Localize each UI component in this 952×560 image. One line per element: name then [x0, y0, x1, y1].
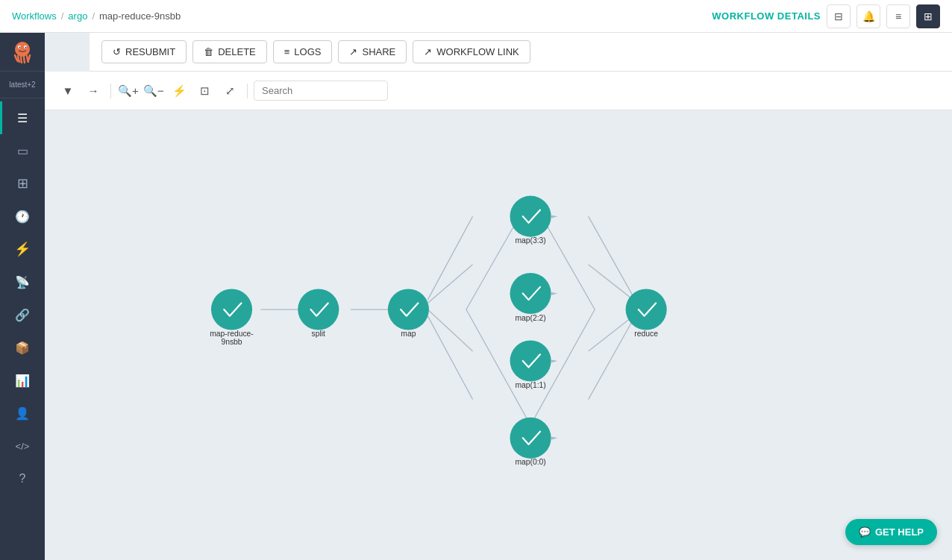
edge-d-tr-reduce — [589, 216, 633, 297]
menu-icon: ☰ — [17, 111, 28, 125]
edge-d-br-reduce — [589, 316, 633, 351]
feed-icon: 📡 — [15, 275, 30, 289]
workflow-link-label: WORKFLOW LINK — [436, 46, 519, 57]
share-label: SHARE — [362, 46, 395, 57]
right-section: ↺ RESUBMIT 🗑 DELETE ≡ LOGS ↗ SHARE ↗ — [45, 33, 952, 560]
node-map00-label: map(0:0) — [515, 459, 545, 467]
breadcrumb-workflows[interactable]: Workflows — [12, 10, 57, 22]
edge-d-bottom-reduce — [589, 319, 633, 400]
breadcrumb-sep2: / — [92, 10, 95, 22]
breadcrumb-sep1: / — [61, 10, 64, 22]
node-map00-circle[interactable] — [510, 418, 551, 459]
sidebar-nav: ☰ ▭ ⊞ 🕐 ⚡ 📡 🔗 — [0, 98, 45, 495]
sidebar-user-label: latest+2 — [0, 72, 45, 98]
sidebar-item-help[interactable]: ? — [0, 462, 45, 495]
app-logo — [9, 39, 36, 66]
user-icon: 👤 — [15, 406, 30, 421]
resubmit-button[interactable]: ↺ RESUBMIT — [101, 40, 187, 63]
edge-map-d-br — [428, 316, 472, 400]
clock-icon: 🕐 — [15, 210, 30, 224]
toolbar: ▼ → 🔍+ 🔍− ⚡ ⊡ ⤢ — [45, 72, 952, 110]
workflow-link-icon: ↗ — [424, 46, 432, 57]
logs-button[interactable]: ≡ LOGS — [273, 40, 333, 63]
node-map-label: map — [401, 330, 416, 338]
sidebar-item-pipeline[interactable]: ⚡ — [0, 233, 45, 265]
arrow-map22 — [551, 292, 558, 295]
archive-icon: 📦 — [15, 341, 30, 355]
node-split-label: split — [312, 330, 325, 338]
svg-point-4 — [25, 46, 27, 48]
sidebar-item-user[interactable]: 👤 — [0, 397, 45, 430]
node-split-circle[interactable] — [298, 289, 339, 330]
resubmit-icon: ↺ — [113, 46, 121, 57]
sidebar: latest+2 ☰ ▭ ⊞ 🕐 ⚡ 📡 — [0, 33, 45, 560]
toolbar-sep2 — [247, 84, 248, 98]
delete-label: DELETE — [218, 46, 256, 57]
resubmit-label: RESUBMIT — [125, 46, 175, 57]
chart-icon: 📊 — [15, 374, 30, 388]
lightning-button[interactable]: ⚡ — [168, 80, 190, 102]
node-map11-circle[interactable] — [510, 340, 551, 381]
get-help-button[interactable]: 💬 GET HELP — [845, 519, 937, 545]
sidebar-item-list[interactable]: ⊞ — [0, 167, 45, 200]
breadcrumb-argo[interactable]: argo — [68, 10, 87, 22]
notification-button[interactable]: 🔔 — [857, 4, 880, 28]
fullscreen-button[interactable]: ⤢ — [219, 80, 241, 102]
inbox-icon: ▭ — [17, 144, 28, 158]
node-map22-circle[interactable] — [510, 273, 551, 314]
breadcrumb: Workflows / argo / map-reduce-9nsbb — [12, 10, 181, 22]
logs-icon: ≡ — [284, 46, 290, 57]
sidebar-item-code[interactable]: </> — [0, 430, 45, 462]
sidebar-item-menu[interactable]: ☰ — [0, 101, 45, 134]
zoom-in-button[interactable]: 🔍+ — [117, 80, 140, 102]
help-icon: ? — [19, 472, 26, 485]
list-icon: ⊞ — [17, 175, 28, 192]
node-map11-label: map(1:1) — [515, 381, 545, 389]
share-icon: ↗ — [349, 46, 357, 57]
sidebar-item-link[interactable]: 🔗 — [0, 298, 45, 331]
graph-area: map(3:3) map(2:2) map(1:1) map(0:0) — [45, 110, 952, 560]
top-bar: Workflows / argo / map-reduce-9nsbb WORK… — [0, 0, 952, 33]
node-root-circle[interactable] — [211, 289, 252, 330]
get-help-label: GET HELP — [875, 526, 924, 538]
code-icon: </> — [16, 441, 30, 452]
edge-map-d-bl — [428, 309, 472, 351]
node-reduce-label: reduce — [634, 330, 658, 338]
svg-point-3 — [19, 46, 21, 48]
workflow-graph: map(3:3) map(2:2) map(1:1) map(0:0) — [45, 110, 952, 560]
sidebar-item-inbox[interactable]: ▭ — [0, 134, 45, 167]
breadcrumb-current: map-reduce-9nsbb — [99, 10, 181, 22]
edge-map-d-ml — [428, 265, 472, 303]
edge-d-mr-reduce — [589, 265, 633, 300]
zoom-out-button[interactable]: 🔍− — [143, 80, 165, 102]
filter-button[interactable]: ▼ — [57, 80, 79, 102]
node-map33-circle[interactable] — [510, 196, 551, 237]
node-root-label2: 9nsbb — [221, 338, 242, 346]
delete-icon: 🗑 — [204, 46, 213, 57]
sidebar-item-feed[interactable]: 📡 — [0, 265, 45, 298]
arrow-map00 — [551, 437, 558, 440]
node-map-circle[interactable] — [388, 289, 429, 330]
search-input[interactable] — [254, 81, 388, 101]
node-reduce-circle[interactable] — [626, 289, 667, 330]
sidebar-item-clock[interactable]: 🕐 — [0, 200, 45, 233]
graph-view-button[interactable]: ⊞ — [916, 4, 940, 28]
node-map33-label: map(3:3) — [515, 236, 545, 245]
node-map22-label: map(2:2) — [515, 314, 545, 322]
workflow-link-button[interactable]: ↗ WORKFLOW LINK — [413, 40, 530, 63]
header-icons: WORKFLOW DETAILS ⊟ 🔔 ≡ ⊞ — [712, 4, 940, 28]
share-button[interactable]: ↗ SHARE — [338, 40, 407, 63]
delete-button[interactable]: 🗑 DELETE — [192, 40, 267, 63]
sidebar-item-chart[interactable]: 📊 — [0, 364, 45, 397]
sidebar-item-archive[interactable]: 📦 — [0, 331, 45, 364]
svg-point-0 — [15, 42, 30, 57]
edge-button[interactable]: → — [82, 80, 104, 102]
arrow-map11 — [551, 359, 558, 362]
action-bar: ↺ RESUBMIT 🗑 DELETE ≡ LOGS ↗ SHARE ↗ — [90, 33, 952, 72]
toolbar-sep1 — [110, 84, 111, 98]
list-view-button[interactable]: ≡ — [886, 4, 910, 28]
split-view-button[interactable]: ⊟ — [827, 4, 851, 28]
fit-button[interactable]: ⊡ — [193, 80, 216, 102]
arrow-map33 — [551, 215, 558, 218]
node-root-label1: map-reduce- — [210, 330, 254, 338]
